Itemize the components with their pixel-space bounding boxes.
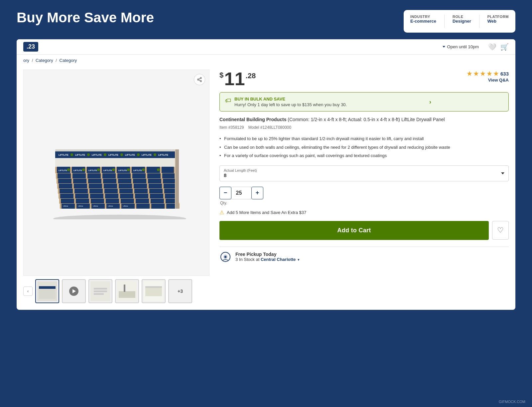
svg-rect-127 [94,291,107,292]
price-cents: .28 [246,72,256,80]
pickup-sub: 3 In Stock at Central Charlotte ▾ [235,257,509,262]
svg-rect-34 [75,193,88,198]
svg-rect-124 [39,290,56,299]
svg-rect-123 [39,286,56,289]
svg-point-119 [154,153,156,156]
svg-rect-37 [120,193,133,198]
wishlist-button[interactable]: ♡ [492,221,509,240]
quantity-increase-button[interactable]: + [251,187,263,199]
dropdown-label: Actual Length (Feet) [224,168,504,172]
svg-rect-36 [105,193,118,198]
tag-promo-icon: 🏷 [225,97,231,104]
quantity-decrease-button[interactable]: − [219,187,231,199]
svg-rect-27 [121,198,134,203]
svg-point-115 [87,153,90,156]
thumbnail-2[interactable] [62,279,86,303]
svg-text:LiftLite: LiftLite [78,205,83,207]
svg-rect-134 [145,286,162,288]
svg-rect-65 [88,178,101,183]
pickup-location-link[interactable]: Central Charlotte [261,257,296,262]
store-chevron-icon [443,46,445,48]
svg-rect-25 [91,198,104,203]
svg-rect-68 [133,178,146,183]
main-image-container: // Rendered via inline SVG shapes below [23,70,209,276]
svg-rect-79 [147,173,161,178]
main-card: .23 Open until 10pm 🤍 🛒 ory / Category /… [17,39,515,310]
svg-point-114 [70,153,73,156]
svg-rect-131 [124,285,125,292]
thumbnails: ‹ [23,279,209,303]
bulk-save-title: BUY IN BULK AND SAVE [234,97,347,102]
svg-rect-33 [60,193,73,198]
top-banner: Buy More Save More INDUSTRY E-commerce R… [0,0,532,39]
product-info: $ 11 .28 ★ ★ ★ ★ ★ 633 [219,70,509,303]
review-count[interactable]: 633 [500,71,509,77]
tag-platform-value: Web [487,19,496,24]
svg-point-136 [224,256,226,258]
svg-rect-128 [94,293,104,295]
price-rating-row: $ 11 .28 ★ ★ ★ ★ ★ 633 [219,70,509,88]
heart-wishlist-icon: ♡ [497,226,504,235]
breadcrumb-link-1[interactable]: ory [23,58,29,63]
share-button[interactable] [194,74,205,85]
svg-rect-56 [104,183,117,188]
svg-rect-105 [55,149,175,151]
price-container: $ 11 .28 [219,70,256,88]
svg-rect-48 [134,188,148,193]
thumbnail-prev-button[interactable]: ‹ [23,287,33,296]
view-qa-link[interactable]: View Q&A [488,78,509,83]
svg-text:LIFTLITE: LIFTLITE [103,169,112,171]
svg-rect-50 [164,188,177,193]
svg-rect-73 [58,173,71,178]
thumbnail-1[interactable] [35,279,59,303]
tag-role-label: ROLE [453,15,464,19]
tag-industry: INDUSTRY E-commerce [410,15,436,24]
tag-role-value: Designer [453,19,471,24]
svg-text:LiftLite: LiftLite [93,205,98,207]
thumbnail-4[interactable] [115,279,139,303]
cart-icon[interactable]: 🛒 [500,43,509,51]
pickup-stock-text: 3 In Stock at [235,257,259,262]
svg-point-5 [53,215,186,219]
svg-text:LIFTLITE: LIFTLITE [118,169,127,171]
length-dropdown[interactable]: Actual Length (Feet) 8 [219,165,509,181]
breadcrumb-link-2[interactable]: Category [36,58,53,63]
store-icons: 🤍 🛒 [488,43,509,51]
thumbnail-3[interactable] [88,279,112,303]
star-1: ★ [466,70,472,78]
svg-rect-75 [87,173,101,178]
add-to-cart-button[interactable]: Add to Cart [219,221,489,240]
pickup-icon [219,251,231,263]
svg-rect-54 [74,183,87,188]
warning-icon: ⚠ [219,209,224,216]
svg-point-1 [198,79,199,80]
svg-rect-76 [102,173,116,178]
svg-rect-29 [151,198,164,203]
star-rating[interactable]: ★ ★ ★ ★ ★ [466,70,499,78]
star-2: ★ [473,70,479,78]
qty-label: Qty. [220,201,509,205]
bulk-save-left: 🏷 BUY IN BULK AND SAVE Hurry! Only 1 day… [225,97,347,107]
quantity-input[interactable] [231,187,251,199]
breadcrumb: ory / Category / Category [17,55,515,66]
thumbnail-more[interactable]: +3 [168,279,192,303]
bulk-save-text: BUY IN BULK AND SAVE Hurry! Only 1 day l… [234,97,347,107]
svg-rect-43 [60,188,73,193]
svg-point-95 [127,168,130,171]
store-header: .23 Open until 10pm 🤍 🛒 [17,39,515,55]
heart-icon[interactable]: 🤍 [488,43,496,51]
tag-box: INDUSTRY E-commerce ROLE Designer PLATFO… [404,10,515,33]
bulk-save-banner[interactable]: 🏷 BUY IN BULK AND SAVE Hurry! Only 1 day… [219,92,509,111]
breadcrumb-link-3[interactable]: Category [60,58,77,63]
banner-title: Buy More Save More [17,10,154,25]
thumbnail-5[interactable] [142,279,166,303]
svg-point-116 [104,153,106,156]
store-open-text: Open until 10pm [443,44,479,49]
svg-point-97 [157,168,160,171]
svg-point-2 [200,81,201,82]
svg-text:LIFTLITE: LIFTLITE [108,154,118,156]
product-layout: // Rendered via inline SVG shapes below [17,66,515,310]
svg-rect-78 [132,173,146,178]
svg-rect-45 [89,188,103,193]
dropdown-arrow-icon [501,172,504,174]
